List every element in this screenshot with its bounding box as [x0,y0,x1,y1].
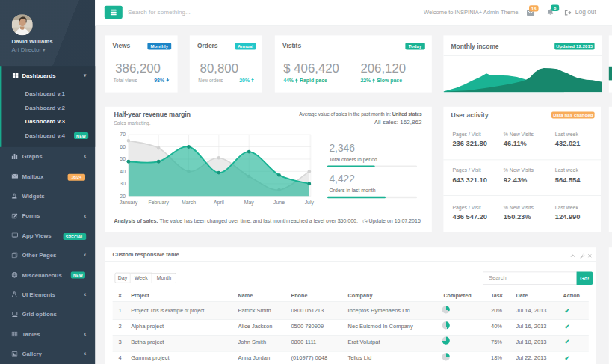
svg-text:March: March [182,200,196,205]
svg-text:70: 70 [120,132,126,137]
svg-text:30: 30 [120,181,126,186]
svg-text:May: May [244,200,255,206]
svg-text:20: 20 [120,194,126,199]
svg-text:40: 40 [120,169,126,174]
svg-text:50: 50 [120,156,126,161]
svg-text:July: July [305,200,315,206]
svg-text:June: June [273,200,285,205]
svg-text:60: 60 [120,144,126,149]
svg-text:February: February [148,200,169,206]
svg-text:April: April [214,200,224,206]
svg-text:January: January [120,200,138,206]
